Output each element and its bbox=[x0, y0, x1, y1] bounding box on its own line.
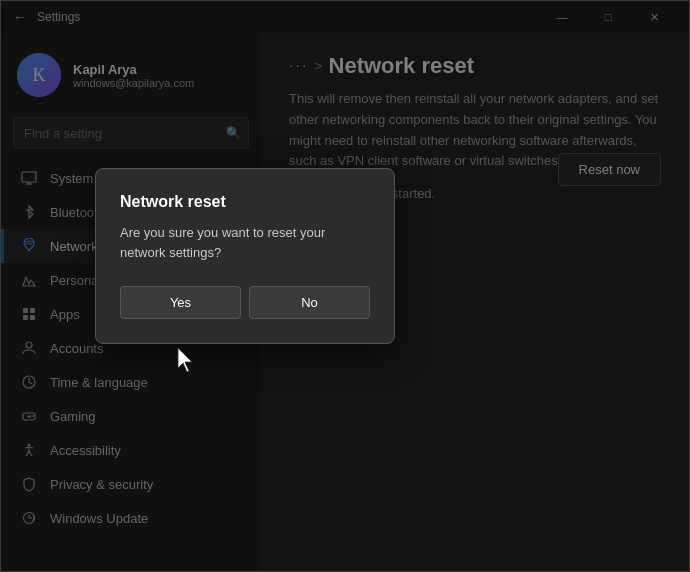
no-button[interactable]: No bbox=[249, 286, 370, 319]
settings-window: ← Settings — □ ✕ bbox=[0, 0, 690, 572]
modal-overlay: Network reset Are you sure you want to r… bbox=[1, 1, 689, 571]
mouse-cursor bbox=[176, 346, 196, 374]
network-reset-dialog: Network reset Are you sure you want to r… bbox=[95, 168, 395, 344]
dialog-title: Network reset bbox=[120, 193, 370, 211]
dialog-message: Are you sure you want to reset your netw… bbox=[120, 223, 370, 262]
dialog-buttons: Yes No bbox=[120, 286, 370, 319]
yes-button[interactable]: Yes bbox=[120, 286, 241, 319]
